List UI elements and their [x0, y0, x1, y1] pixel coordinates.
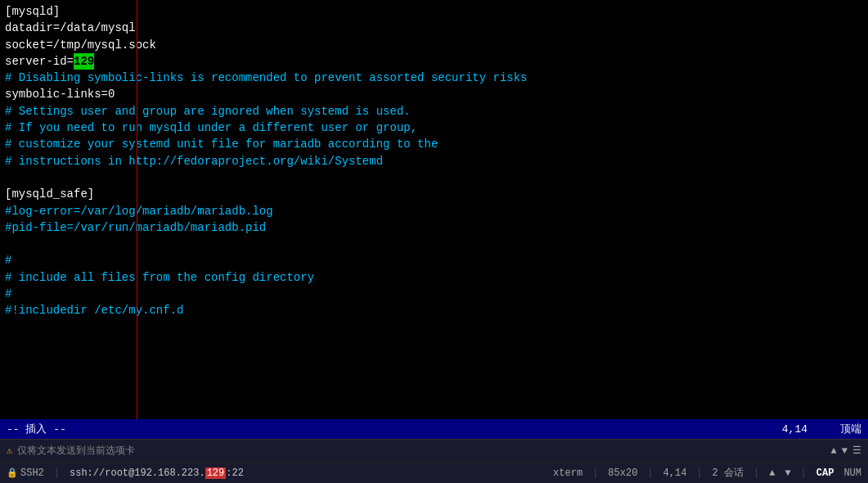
- cap-indicator: CAP: [816, 467, 834, 479]
- terminal-line: #log-error=/var/log/mariadb/mariadb.log: [5, 203, 863, 219]
- terminal-line: symbolic-links=0: [5, 86, 863, 102]
- vim-mode: -- 插入 --: [7, 422, 782, 436]
- terminal-line: datadir=/data/mysql: [5, 20, 863, 36]
- status-footer: 🔒 SSH2 | ssh://root@192.168.223.129:22 x…: [0, 462, 868, 483]
- ssh-protocol: SSH2: [20, 467, 44, 479]
- toolbar-message: 仅将文本发送到当前选项卡: [17, 444, 825, 458]
- vim-status-bar: -- 插入 -- 4,14 顶端: [0, 419, 868, 439]
- cursor: 129: [74, 53, 94, 70]
- ssh-info: 🔒 SSH2: [7, 467, 44, 479]
- vim-position: 4,14: [782, 423, 807, 436]
- host-cursor-num: 129: [205, 467, 227, 479]
- terminal-line-cursor: server-id=129: [5, 53, 863, 70]
- scroll-down-footer[interactable]: ▼: [785, 467, 790, 479]
- terminal-line: [5, 169, 863, 186]
- terminal-line: #pid-file=/var/run/mariadb/mariadb.pid: [5, 219, 863, 236]
- terminal-line: # instructions in http://fedoraproject.o…: [5, 153, 863, 169]
- scroll-down-button[interactable]: ▼: [842, 445, 848, 457]
- num-indicator: NUM: [843, 467, 861, 479]
- scroll-up-button[interactable]: ▲: [831, 445, 837, 457]
- session-count: 2 会话: [713, 466, 744, 480]
- terminal-line: #: [5, 252, 863, 269]
- bottom-toolbar: ⚠ 仅将文本发送到当前选项卡 ▲ ▼ ☰: [0, 439, 868, 462]
- terminal-line: #!includedir /etc/my.cnf.d: [5, 302, 863, 318]
- vim-top: 顶端: [840, 422, 861, 436]
- terminal-line: # customize your systemd unit file for m…: [5, 136, 863, 152]
- warning-icon: ⚠: [7, 445, 12, 457]
- term-size: 85x20: [608, 467, 637, 479]
- terminal-line: # Settings user and group are ignored wh…: [5, 103, 863, 120]
- terminal-line: [mysqld]: [5, 3, 863, 20]
- terminal-line: [5, 236, 863, 252]
- menu-button[interactable]: ☰: [852, 445, 861, 457]
- terminal-area[interactable]: [mysqld] datadir=/data/mysql socket=/tmp…: [0, 0, 868, 419]
- lock-icon: 🔒: [7, 467, 18, 478]
- terminal-line: socket=/tmp/mysql.sock: [5, 37, 863, 53]
- terminal-line: # If you need to run mysqld under a diff…: [5, 120, 863, 136]
- scroll-up-footer[interactable]: ▲: [769, 467, 775, 479]
- terminal-line: [mysqld_safe]: [5, 186, 863, 202]
- terminal-line: # include all files from the config dire…: [5, 269, 863, 286]
- xterm-label: xterm: [553, 467, 582, 479]
- terminal-line: # Disabling symbolic-links is recommende…: [5, 70, 863, 86]
- cursor-position: 4,14: [663, 467, 687, 479]
- terminal-line: #: [5, 286, 863, 302]
- host-address: ssh://root@192.168.223.129:22: [70, 467, 244, 479]
